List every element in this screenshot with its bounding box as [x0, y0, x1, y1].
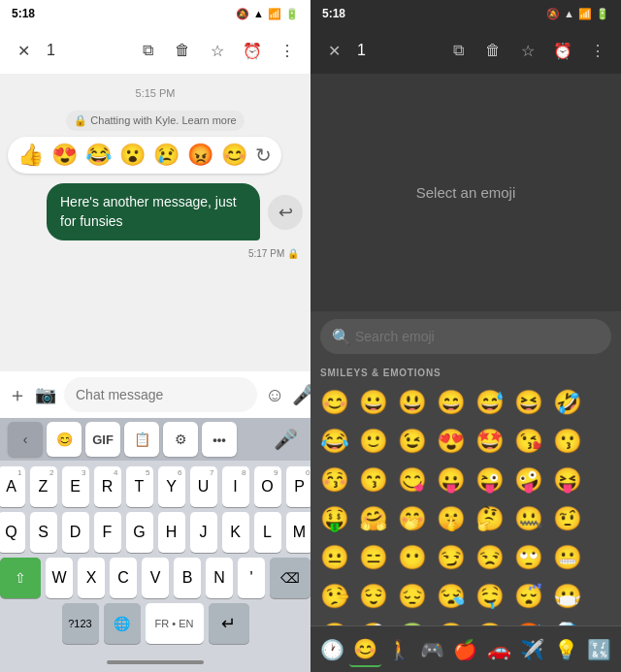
reaction-add-button[interactable]: ↻: [255, 144, 272, 167]
emoji-item[interactable]: 😃: [394, 384, 431, 421]
emoji-item[interactable]: 🤐: [510, 500, 547, 537]
key-w[interactable]: W: [46, 558, 73, 598]
keyboard-more-button[interactable]: •••: [202, 422, 237, 457]
reaction-wow[interactable]: 😮: [119, 143, 146, 168]
key-t[interactable]: 5T: [126, 466, 153, 507]
emoji-item[interactable]: 🙄: [510, 539, 547, 576]
emoji-cat-people[interactable]: 🚶: [383, 632, 414, 667]
emoji-item[interactable]: 🤨: [549, 500, 586, 537]
key-s[interactable]: S: [30, 512, 57, 553]
key-x[interactable]: X: [78, 558, 105, 598]
emoji-item[interactable]: 🤕: [355, 617, 392, 625]
add-attachment-button[interactable]: ＋: [8, 379, 27, 410]
emoji-item[interactable]: 🤣: [549, 384, 586, 421]
copy-button[interactable]: ⧉: [132, 35, 163, 66]
emoji-cat-food[interactable]: 🍎: [450, 632, 481, 667]
emoji-item[interactable]: 🤢: [394, 617, 431, 625]
emoji-item[interactable]: 🥶: [549, 617, 586, 625]
emoji-item[interactable]: 😏: [433, 539, 470, 576]
delete-button-right[interactable]: 🗑: [477, 35, 508, 66]
shift-key[interactable]: ⇧: [0, 558, 41, 598]
emoji-item[interactable]: 😙: [355, 462, 392, 498]
delete-button[interactable]: 🗑: [167, 35, 198, 66]
key-f[interactable]: F: [94, 512, 121, 553]
emoji-item[interactable]: 😄: [433, 384, 470, 421]
emoji-item[interactable]: 🥵: [510, 617, 547, 625]
emoji-item[interactable]: 😍: [433, 423, 470, 460]
keyboard-back-button[interactable]: ‹: [8, 422, 43, 457]
emoji-item[interactable]: 🤧: [472, 617, 508, 625]
key-q[interactable]: Q: [0, 512, 25, 553]
more-button[interactable]: ⋮: [272, 35, 303, 66]
star-button[interactable]: ☆: [202, 35, 233, 66]
emoji-item[interactable]: 🙂: [355, 423, 392, 460]
emoji-item[interactable]: 😊: [316, 384, 353, 421]
star-button-right[interactable]: ☆: [512, 35, 543, 66]
emoji-item[interactable]: 🤮: [433, 617, 470, 625]
key-n[interactable]: N: [206, 558, 233, 598]
emoji-item[interactable]: 😑: [355, 539, 392, 576]
key-i[interactable]: 8I: [222, 466, 249, 507]
emoji-item[interactable]: 😪: [433, 578, 470, 615]
reaction-laugh[interactable]: 😂: [85, 143, 112, 168]
clock-button[interactable]: ⏰: [237, 35, 268, 66]
key-u[interactable]: 7U: [190, 466, 217, 507]
voice-button[interactable]: 🎤: [292, 379, 310, 410]
key-m[interactable]: M: [286, 512, 311, 553]
emoji-item[interactable]: 🤩: [472, 423, 508, 460]
reaction-smile[interactable]: 😊: [221, 143, 247, 168]
emoji-cat-symbols[interactable]: 💡: [550, 632, 581, 667]
reply-button[interactable]: ↩: [268, 195, 303, 230]
emoji-item[interactable]: 😴: [510, 578, 547, 615]
delete-key[interactable]: ⌫: [270, 558, 310, 598]
keyboard-mic-button[interactable]: 🎤: [268, 422, 303, 457]
more-button-right[interactable]: ⋮: [582, 35, 613, 66]
emoji-item[interactable]: 😅: [472, 384, 508, 421]
keyboard-settings-button[interactable]: ⚙: [163, 422, 198, 457]
close-button[interactable]: ✕: [8, 35, 39, 66]
keyboard-clipboard-button[interactable]: 📋: [124, 422, 159, 457]
close-button-right[interactable]: ✕: [318, 35, 349, 66]
emoji-item[interactable]: 😬: [549, 539, 586, 576]
emoji-button[interactable]: ☺: [265, 379, 284, 410]
key-h[interactable]: H: [158, 512, 185, 553]
emoji-item[interactable]: 😂: [316, 423, 353, 460]
reaction-angry[interactable]: 😡: [187, 143, 213, 168]
emoji-item[interactable]: 😌: [355, 578, 392, 615]
keyboard-gif-button[interactable]: GIF: [85, 422, 120, 457]
key-v[interactable]: V: [142, 558, 169, 598]
language-key[interactable]: FR • EN: [146, 603, 204, 644]
globe-key[interactable]: 🌐: [104, 603, 141, 644]
emoji-item[interactable]: 😘: [510, 423, 547, 460]
copy-button-right[interactable]: ⧉: [442, 35, 474, 66]
key-z[interactable]: 2Z: [30, 466, 57, 507]
emoji-cat-smileys[interactable]: 😊: [349, 632, 380, 667]
key-d[interactable]: D: [62, 512, 89, 553]
key-r[interactable]: 4R: [94, 466, 121, 507]
clock-button-right[interactable]: ⏰: [547, 35, 578, 66]
emoji-item[interactable]: 😝: [549, 462, 586, 498]
key-o[interactable]: 9O: [254, 466, 281, 507]
emoji-item[interactable]: 😶: [394, 539, 431, 576]
emoji-item[interactable]: 🤭: [394, 500, 431, 537]
emoji-item[interactable]: 🤗: [355, 500, 392, 537]
emoji-item[interactable]: 😗: [549, 423, 586, 460]
num-sym-key[interactable]: ?123: [62, 603, 99, 644]
emoji-item[interactable]: 😉: [394, 423, 431, 460]
emoji-item[interactable]: 😛: [433, 462, 470, 498]
message-input[interactable]: [64, 377, 257, 412]
emoji-item[interactable]: 😀: [355, 384, 392, 421]
keyboard-emoji-button[interactable]: 😊: [47, 422, 82, 457]
key-y[interactable]: 6Y: [158, 466, 185, 507]
chat-info[interactable]: 🔒 Chatting with Kyle. Learn more: [66, 111, 244, 131]
reaction-hearteyes[interactable]: 😍: [51, 143, 78, 168]
emoji-item[interactable]: 😋: [394, 462, 431, 498]
emoji-cat-activities[interactable]: 🎮: [416, 632, 447, 667]
emoji-cat-travel[interactable]: 🚗: [483, 632, 514, 667]
emoji-cat-flags[interactable]: 🔣: [584, 632, 615, 667]
emoji-search-input[interactable]: [320, 319, 611, 354]
enter-key[interactable]: ↵: [209, 603, 249, 644]
key-j[interactable]: J: [190, 512, 217, 553]
key-b[interactable]: B: [174, 558, 201, 598]
key-g[interactable]: G: [126, 512, 153, 553]
